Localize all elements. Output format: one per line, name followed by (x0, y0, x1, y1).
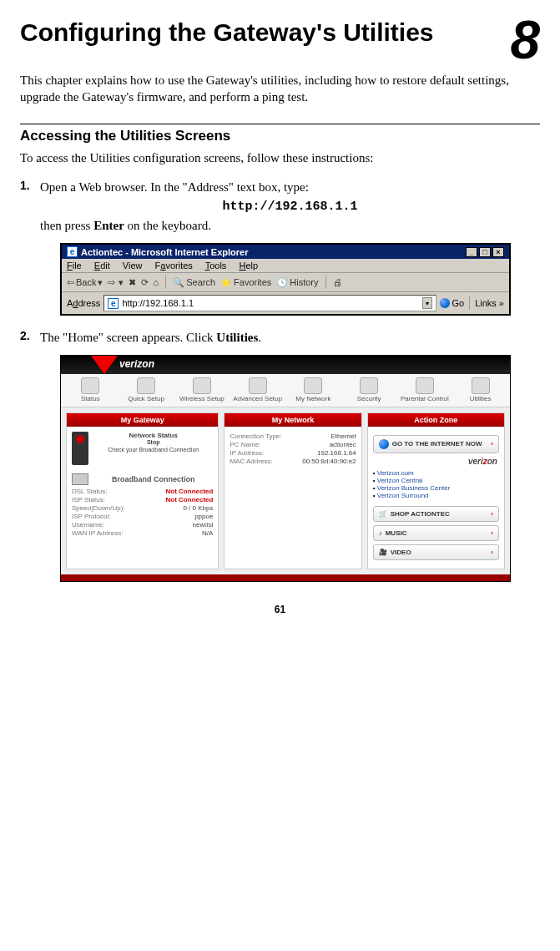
refresh-button[interactable]: ⟳ (141, 277, 149, 288)
network-status-stop: Stop (93, 439, 213, 445)
menu-file[interactable]: File (67, 261, 82, 271)
ie-titlebar: e Actiontec - Microsoft Internet Explore… (62, 245, 509, 259)
ie-window-figure: e Actiontec - Microsoft Internet Explore… (60, 243, 511, 316)
video-icon: 🎥 (379, 549, 387, 556)
username-label: Username: (72, 521, 104, 529)
address-value: http://192.168.1.1 (122, 298, 194, 308)
network-icon (304, 377, 322, 394)
go-button[interactable]: Go (440, 298, 464, 308)
tab-my-network[interactable]: My Network (285, 377, 341, 403)
history-button[interactable]: 🕓 History (276, 277, 318, 288)
section-heading: Accessing the Utilities Screens (20, 128, 540, 144)
music-icon: ♪ (379, 529, 382, 537)
menu-favorites[interactable]: Favorites (155, 261, 193, 271)
network-status-title: Network Status (93, 432, 213, 439)
home-button[interactable]: ⌂ (154, 277, 159, 287)
gateway-topbar: verizon (61, 356, 510, 374)
toolbar-separator (165, 276, 166, 289)
modem-icon (72, 473, 88, 485)
minimize-button[interactable]: _ (466, 247, 477, 257)
step-2-body: The "Home" screen appears. Click Utiliti… (40, 329, 540, 347)
gateway-footer-bar (61, 574, 510, 581)
link-verizon-com[interactable]: Verizon.com (373, 469, 499, 477)
wireless-icon (193, 377, 211, 394)
tab-security[interactable]: Security (341, 377, 397, 403)
page-number: 61 (20, 604, 540, 615)
tab-wireless-setup[interactable]: Wireless Setup (174, 377, 230, 403)
isp-status-value: Not Connected (166, 496, 214, 503)
verizon-logo-text: verizon (119, 358, 154, 370)
step-1-text-a: Open a Web browser. In the "Address" tex… (40, 180, 309, 194)
step-1-body: Open a Web browser. In the "Address" tex… (40, 179, 540, 235)
back-button[interactable]: ⇦ Back ▾ (67, 277, 103, 288)
tab-advanced-setup[interactable]: Advanced Setup (230, 377, 285, 403)
step-1-enter: Enter (93, 219, 124, 232)
broadband-title: Broadband Connection (93, 475, 213, 483)
conn-type-value: Ethernet (330, 433, 356, 440)
step-1-url: http://192.168.1.1 (40, 198, 540, 215)
mac-address-value: 00:50:8d:40:90:e2 (302, 458, 356, 465)
close-button[interactable]: × (492, 247, 504, 257)
verizon-links: Verizon.com Verizon Central Verizon Busi… (373, 469, 499, 499)
address-input[interactable]: e http://192.168.1.1 ▾ (103, 295, 436, 311)
chapter-title: Configuring the Gateway's Utilities (20, 17, 503, 48)
isp-status-label: ISP Status: (72, 496, 105, 503)
ip-address-label: IP Address: (230, 449, 264, 457)
step-2-text-pre: The "Home" screen appears. Click (40, 331, 216, 344)
wan-ip-label: WAN IP Address: (72, 529, 123, 537)
utilities-icon (472, 377, 490, 394)
menu-help[interactable]: Help (239, 261, 258, 271)
chevron-right-icon: › (491, 440, 493, 448)
go-icon (440, 298, 450, 308)
menu-view[interactable]: View (123, 261, 143, 271)
ie-logo-icon: e (67, 246, 78, 257)
stop-button[interactable]: ✖ (129, 277, 136, 288)
menu-edit[interactable]: Edit (94, 261, 110, 271)
ie-address-bar: Address e http://192.168.1.1 ▾ Go Links … (62, 292, 509, 314)
toolbar-separator (325, 276, 326, 289)
wan-ip-value: N/A (202, 529, 213, 537)
chapter-number: 8 (510, 13, 540, 67)
chevron-right-icon: › (491, 549, 493, 556)
print-button[interactable]: 🖨 (333, 277, 342, 287)
step-1-text-b-pre: then press (40, 219, 93, 232)
address-dropdown[interactable]: ▾ (422, 297, 432, 309)
tab-utilities[interactable]: Utilities (452, 377, 508, 403)
username-value: newdsl (193, 521, 214, 529)
favorites-button[interactable]: ⭐ Favorites (220, 277, 271, 288)
link-verizon-business[interactable]: Verizon Business Center (373, 484, 499, 492)
menu-tools[interactable]: Tools (205, 261, 227, 271)
ie-page-icon: e (108, 298, 119, 309)
my-gateway-header: My Gateway (67, 413, 218, 427)
search-button[interactable]: 🔍 Search (173, 277, 215, 288)
go-internet-button[interactable]: GO TO THE INTERNET NOW › (373, 435, 499, 453)
link-verizon-central[interactable]: Verizon Central (373, 477, 499, 484)
music-button[interactable]: ♪MUSIC › (373, 525, 499, 541)
forward-button[interactable]: ⇨ ▾ (108, 277, 123, 288)
security-icon (360, 377, 378, 394)
verizon-mini-logo: verizon (375, 457, 497, 466)
isp-protocol-value: pppoe (194, 513, 213, 520)
verizon-check-icon (91, 356, 118, 374)
pc-name-label: PC Name: (230, 441, 260, 448)
ip-address-value: 192.168.1.64 (317, 449, 356, 457)
ie-title-text: Actiontec - Microsoft Internet Explorer (81, 247, 248, 257)
tab-quick-setup[interactable]: Quick Setup (119, 377, 174, 403)
tab-status[interactable]: Status (63, 377, 119, 403)
links-button[interactable]: Links » (475, 298, 504, 308)
link-verizon-surround[interactable]: Verizon Surround (373, 492, 499, 499)
chevron-right-icon: › (491, 510, 493, 518)
action-zone-panel: Action Zone GO TO THE INTERNET NOW › ver… (367, 412, 505, 569)
my-network-panel: My Network Connection Type:Ethernet PC N… (224, 412, 361, 569)
tab-parental-control[interactable]: Parental Control (397, 377, 453, 403)
dsl-status-value: Not Connected (166, 488, 214, 495)
check-connection-link[interactable]: Check your Broadband Connection (93, 447, 213, 453)
shop-actiontec-button[interactable]: 🛒SHOP ACTIONTEC › (373, 506, 499, 522)
my-gateway-panel: My Gateway Network Status Stop Check you… (66, 412, 219, 569)
section-lead: To access the Utilities configuration sc… (20, 151, 540, 165)
maximize-button[interactable]: □ (479, 247, 491, 257)
step-number: 1. (20, 179, 40, 192)
address-label: Address (67, 298, 100, 308)
video-button[interactable]: 🎥VIDEO › (373, 544, 499, 560)
advanced-icon (249, 377, 267, 394)
